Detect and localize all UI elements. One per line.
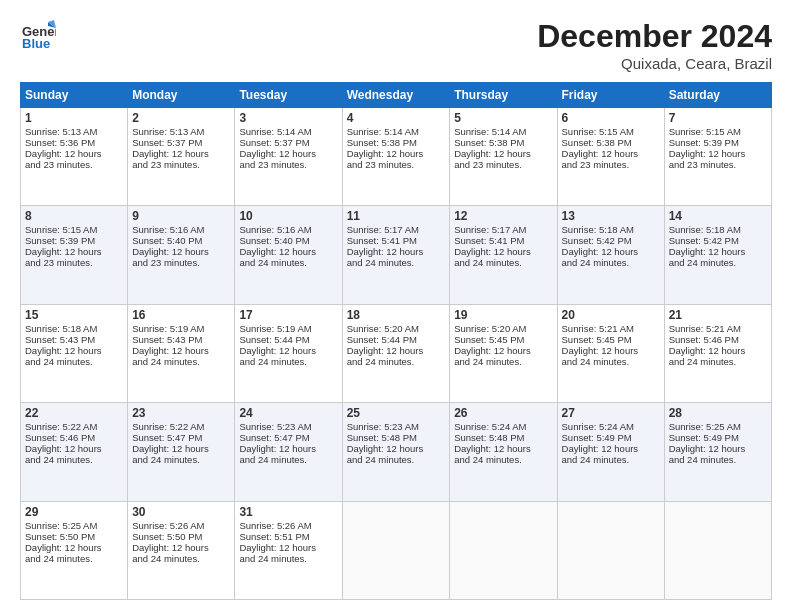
sunrise-label: Sunrise: 5:19 AM [239, 323, 311, 334]
daylight-minutes: and 23 minutes. [239, 159, 307, 170]
sunrise-label: Sunrise: 5:18 AM [25, 323, 97, 334]
col-friday: Friday [557, 83, 664, 108]
calendar-row: 8Sunrise: 5:15 AMSunset: 5:39 PMDaylight… [21, 206, 772, 304]
daylight-minutes: and 24 minutes. [562, 356, 630, 367]
table-row: 16Sunrise: 5:19 AMSunset: 5:43 PMDayligh… [128, 304, 235, 402]
sunset-label: Sunset: 5:39 PM [25, 235, 95, 246]
daylight-label: Daylight: 12 hours [562, 345, 639, 356]
daylight-minutes: and 24 minutes. [347, 454, 415, 465]
table-row: 14Sunrise: 5:18 AMSunset: 5:42 PMDayligh… [664, 206, 771, 304]
sunset-label: Sunset: 5:38 PM [347, 137, 417, 148]
daylight-label: Daylight: 12 hours [239, 542, 316, 553]
daylight-label: Daylight: 12 hours [25, 443, 102, 454]
sunset-label: Sunset: 5:42 PM [669, 235, 739, 246]
sunrise-label: Sunrise: 5:24 AM [454, 421, 526, 432]
daylight-label: Daylight: 12 hours [239, 246, 316, 257]
day-number: 4 [347, 111, 446, 125]
day-number: 28 [669, 406, 767, 420]
col-monday: Monday [128, 83, 235, 108]
daylight-label: Daylight: 12 hours [25, 542, 102, 553]
daylight-label: Daylight: 12 hours [454, 246, 531, 257]
daylight-minutes: and 24 minutes. [347, 356, 415, 367]
sunset-label: Sunset: 5:40 PM [239, 235, 309, 246]
daylight-label: Daylight: 12 hours [669, 246, 746, 257]
daylight-label: Daylight: 12 hours [347, 246, 424, 257]
daylight-minutes: and 23 minutes. [347, 159, 415, 170]
day-number: 2 [132, 111, 230, 125]
table-row [450, 501, 557, 599]
table-row: 11Sunrise: 5:17 AMSunset: 5:41 PMDayligh… [342, 206, 450, 304]
day-number: 22 [25, 406, 123, 420]
daylight-label: Daylight: 12 hours [25, 246, 102, 257]
table-row: 5Sunrise: 5:14 AMSunset: 5:38 PMDaylight… [450, 108, 557, 206]
calendar-table: Sunday Monday Tuesday Wednesday Thursday… [20, 82, 772, 600]
day-number: 9 [132, 209, 230, 223]
daylight-label: Daylight: 12 hours [454, 148, 531, 159]
daylight-label: Daylight: 12 hours [669, 443, 746, 454]
daylight-minutes: and 24 minutes. [25, 356, 93, 367]
logo: General Blue [20, 18, 56, 58]
sunset-label: Sunset: 5:46 PM [669, 334, 739, 345]
daylight-label: Daylight: 12 hours [347, 148, 424, 159]
day-number: 27 [562, 406, 660, 420]
sunset-label: Sunset: 5:49 PM [562, 432, 632, 443]
table-row: 9Sunrise: 5:16 AMSunset: 5:40 PMDaylight… [128, 206, 235, 304]
sunset-label: Sunset: 5:48 PM [454, 432, 524, 443]
table-row: 22Sunrise: 5:22 AMSunset: 5:46 PMDayligh… [21, 403, 128, 501]
daylight-label: Daylight: 12 hours [562, 246, 639, 257]
table-row: 20Sunrise: 5:21 AMSunset: 5:45 PMDayligh… [557, 304, 664, 402]
table-row: 10Sunrise: 5:16 AMSunset: 5:40 PMDayligh… [235, 206, 342, 304]
sunset-label: Sunset: 5:45 PM [562, 334, 632, 345]
page-header: General Blue December 2024 Quixada, Cear… [20, 18, 772, 72]
daylight-minutes: and 23 minutes. [25, 257, 93, 268]
sunset-label: Sunset: 5:47 PM [132, 432, 202, 443]
table-row: 12Sunrise: 5:17 AMSunset: 5:41 PMDayligh… [450, 206, 557, 304]
sunrise-label: Sunrise: 5:15 AM [669, 126, 741, 137]
calendar-header-row: Sunday Monday Tuesday Wednesday Thursday… [21, 83, 772, 108]
table-row: 15Sunrise: 5:18 AMSunset: 5:43 PMDayligh… [21, 304, 128, 402]
day-number: 29 [25, 505, 123, 519]
daylight-label: Daylight: 12 hours [132, 246, 209, 257]
sunset-label: Sunset: 5:43 PM [25, 334, 95, 345]
sunrise-label: Sunrise: 5:22 AM [25, 421, 97, 432]
sunrise-label: Sunrise: 5:13 AM [25, 126, 97, 137]
daylight-minutes: and 24 minutes. [454, 356, 522, 367]
daylight-minutes: and 24 minutes. [25, 553, 93, 564]
table-row: 2Sunrise: 5:13 AMSunset: 5:37 PMDaylight… [128, 108, 235, 206]
calendar-row: 22Sunrise: 5:22 AMSunset: 5:46 PMDayligh… [21, 403, 772, 501]
calendar-row: 15Sunrise: 5:18 AMSunset: 5:43 PMDayligh… [21, 304, 772, 402]
sunset-label: Sunset: 5:48 PM [347, 432, 417, 443]
table-row: 1Sunrise: 5:13 AMSunset: 5:36 PMDaylight… [21, 108, 128, 206]
day-number: 3 [239, 111, 337, 125]
sunset-label: Sunset: 5:44 PM [347, 334, 417, 345]
sunset-label: Sunset: 5:46 PM [25, 432, 95, 443]
daylight-label: Daylight: 12 hours [669, 345, 746, 356]
sunset-label: Sunset: 5:44 PM [239, 334, 309, 345]
svg-text:Blue: Blue [22, 36, 50, 51]
sunrise-label: Sunrise: 5:15 AM [562, 126, 634, 137]
col-tuesday: Tuesday [235, 83, 342, 108]
daylight-minutes: and 24 minutes. [669, 257, 737, 268]
day-number: 5 [454, 111, 552, 125]
table-row [557, 501, 664, 599]
daylight-minutes: and 24 minutes. [454, 454, 522, 465]
sunset-label: Sunset: 5:51 PM [239, 531, 309, 542]
day-number: 23 [132, 406, 230, 420]
sunset-label: Sunset: 5:47 PM [239, 432, 309, 443]
sunrise-label: Sunrise: 5:21 AM [562, 323, 634, 334]
sunrise-label: Sunrise: 5:16 AM [239, 224, 311, 235]
sunrise-label: Sunrise: 5:14 AM [239, 126, 311, 137]
sunrise-label: Sunrise: 5:19 AM [132, 323, 204, 334]
sunset-label: Sunset: 5:50 PM [132, 531, 202, 542]
sunset-label: Sunset: 5:45 PM [454, 334, 524, 345]
daylight-label: Daylight: 12 hours [239, 443, 316, 454]
daylight-label: Daylight: 12 hours [562, 443, 639, 454]
daylight-label: Daylight: 12 hours [562, 148, 639, 159]
sunset-label: Sunset: 5:36 PM [25, 137, 95, 148]
sunset-label: Sunset: 5:39 PM [669, 137, 739, 148]
table-row [342, 501, 450, 599]
day-number: 8 [25, 209, 123, 223]
sunset-label: Sunset: 5:37 PM [132, 137, 202, 148]
sunset-label: Sunset: 5:49 PM [669, 432, 739, 443]
col-sunday: Sunday [21, 83, 128, 108]
